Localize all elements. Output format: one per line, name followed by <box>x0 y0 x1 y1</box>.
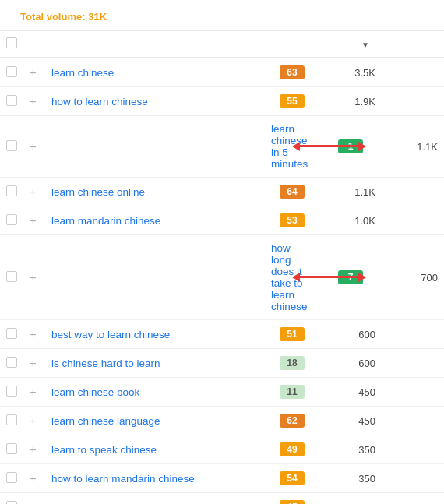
volume-cell: 350 <box>319 493 382 505</box>
row-checkbox-cell <box>0 493 23 505</box>
row-add-cell: + <box>23 349 45 378</box>
kd-badge: 63 <box>280 65 305 79</box>
table-body: +learn chinese633.5K+how to learn chines… <box>0 58 444 504</box>
keyword-cell[interactable]: best way to learn chinese <box>45 320 265 349</box>
kd-badge: 64 <box>280 185 305 199</box>
row-checkbox-cell <box>0 235 23 320</box>
row-checkbox[interactable] <box>6 414 17 425</box>
table-row: +is chinese hard to learn18600 <box>0 349 444 378</box>
table-row: +best way to learn chinese51600 <box>0 320 444 349</box>
table-row: +learn mandarin chinese531.0K <box>0 206 444 235</box>
kd-cell: 18 <box>265 349 319 378</box>
volume-cell: 1.0K <box>319 206 382 235</box>
keyword-cell[interactable]: learn to speak chinese <box>45 435 265 464</box>
keyword-cell[interactable]: how long does it take to learn chinese <box>265 235 319 320</box>
kd-cell: 51 <box>265 320 319 349</box>
select-all-checkbox[interactable] <box>6 37 17 48</box>
keyword-cell[interactable]: learn chinese in 5 minutes <box>265 116 319 178</box>
kd-cell: 53 <box>265 206 319 235</box>
kd-column-header <box>265 31 319 58</box>
kd-badge: 45 <box>280 500 305 504</box>
row-add-cell: + <box>23 493 45 505</box>
kd-badge: 49 <box>280 442 305 456</box>
table-row: +learn chinese language62450 <box>0 407 444 435</box>
keyword-cell[interactable]: how to learn mandarin chinese <box>45 464 265 493</box>
add-keyword-icon[interactable]: + <box>30 501 37 504</box>
row-add-cell: + <box>23 320 45 349</box>
keyword-cell[interactable]: learn mandarin chinese <box>45 206 265 235</box>
keyword-cell[interactable]: is chinese hard to learn <box>45 349 265 378</box>
keyword-cell[interactable]: learn chinese online <box>45 178 265 206</box>
row-add-cell: + <box>23 378 45 407</box>
add-keyword-icon[interactable]: + <box>30 357 37 368</box>
table-row: +learn chinese book11450 <box>0 378 444 407</box>
add-keyword-icon[interactable]: + <box>30 214 37 226</box>
add-keyword-icon[interactable]: + <box>30 271 37 283</box>
row-checkbox[interactable] <box>6 386 17 397</box>
keyword-cell[interactable]: learn chinese book <box>45 378 265 407</box>
select-all-checkbox-col <box>0 31 23 58</box>
volume-cell: 700 <box>382 235 444 320</box>
add-keyword-icon[interactable]: + <box>30 472 37 484</box>
row-checkbox-cell <box>0 320 23 349</box>
add-keyword-icon[interactable]: + <box>30 66 37 78</box>
row-add-cell: + <box>23 464 45 493</box>
row-checkbox-cell <box>0 116 23 178</box>
total-volume: Total volume: 31K <box>20 11 107 23</box>
add-keyword-icon[interactable]: + <box>30 386 37 397</box>
add-keyword-icon[interactable]: + <box>30 95 37 107</box>
row-checkbox[interactable] <box>6 271 17 282</box>
row-add-cell: + <box>23 407 45 435</box>
table-header-row: ▼ <box>0 31 444 58</box>
kd-cell: 49 <box>265 435 319 464</box>
row-checkbox-cell <box>0 178 23 206</box>
kd-cell: 63 <box>265 58 319 87</box>
table-row: + learn chinese in 5 minutes11.1K <box>0 116 444 178</box>
volume-value: 31K <box>88 11 107 23</box>
kd-badge: 7 <box>338 270 363 284</box>
volume-cell: 450 <box>319 378 382 407</box>
row-checkbox-cell <box>0 435 23 464</box>
row-checkbox[interactable] <box>6 328 17 339</box>
kd-badge: 54 <box>280 471 305 485</box>
add-keyword-icon[interactable]: + <box>30 185 37 197</box>
row-checkbox[interactable] <box>6 214 17 225</box>
keyword-column-header <box>45 31 265 58</box>
volume-cell: 600 <box>319 320 382 349</box>
keyword-cell[interactable]: learn chinese language <box>45 407 265 435</box>
volume-column-header[interactable]: ▼ <box>319 31 382 58</box>
row-checkbox[interactable] <box>6 357 17 368</box>
row-checkbox-cell <box>0 464 23 493</box>
keyword-cell[interactable]: best app to learn chinese <box>45 493 265 505</box>
add-keyword-icon[interactable]: + <box>30 328 37 340</box>
add-keyword-icon[interactable]: + <box>30 443 37 455</box>
row-checkbox[interactable] <box>6 443 17 454</box>
kd-cell: 55 <box>265 87 319 116</box>
keyword-cell[interactable]: learn chinese <box>45 58 265 87</box>
row-add-cell: + <box>23 58 45 87</box>
volume-cell: 1.9K <box>319 87 382 116</box>
table-row: +learn chinese633.5K <box>0 58 444 87</box>
row-add-cell: + <box>23 435 45 464</box>
table-row: +learn to speak chinese49350 <box>0 435 444 464</box>
keyword-cell[interactable]: how to learn chinese <box>45 87 265 116</box>
volume-cell: 450 <box>319 407 382 435</box>
row-checkbox[interactable] <box>6 501 17 505</box>
row-checkbox[interactable] <box>6 472 17 483</box>
volume-cell: 1.1K <box>319 178 382 206</box>
row-add-cell: + <box>23 178 45 206</box>
add-keyword-icon[interactable]: + <box>30 414 37 426</box>
table-row: +how to learn chinese551.9K <box>0 87 444 116</box>
row-add-cell: + <box>23 206 45 235</box>
add-keyword-icon[interactable]: + <box>30 140 37 152</box>
row-checkbox[interactable] <box>6 66 17 77</box>
kd-badge: 11 <box>280 385 305 399</box>
row-checkbox[interactable] <box>6 95 17 106</box>
row-checkbox[interactable] <box>6 140 17 151</box>
kd-badge: 18 <box>280 356 305 370</box>
row-checkbox-cell <box>0 349 23 378</box>
row-checkbox[interactable] <box>6 185 17 196</box>
plus-col-header <box>23 31 45 58</box>
kd-cell: 54 <box>265 464 319 493</box>
table-row: +learn chinese online641.1K <box>0 178 444 206</box>
